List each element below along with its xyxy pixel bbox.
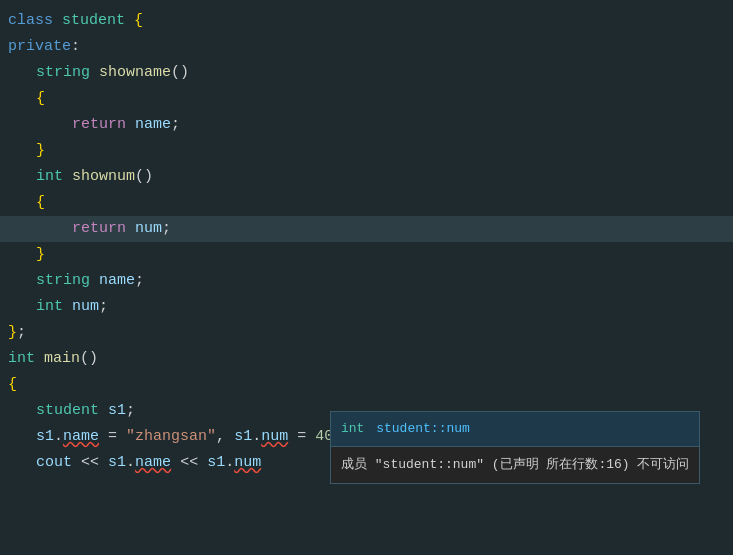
semicolon-s1: ; [126,398,135,424]
var-s1-name: name [63,424,99,450]
brace-close-1: } [36,138,45,164]
brace-close-class: } [8,320,17,346]
code-line-14: int main () [0,346,733,372]
var-cout: cout [36,450,72,476]
semicolon-4: ; [99,294,108,320]
open-brace: { [134,8,143,34]
op-assign-1: = [108,424,117,450]
var-s1-2: s1 [36,424,54,450]
var-s1-num-2: num [234,450,261,476]
class-student-ref: student [36,398,99,424]
var-s1-name-2: name [135,450,171,476]
code-line-11: string name ; [0,268,733,294]
code-line-7: int shownum () [0,164,733,190]
keyword-return-1: return [72,112,126,138]
class-name-student: student [62,8,125,34]
var-s1-5: s1 [207,450,225,476]
brace-open-2: { [36,190,45,216]
parens-main: () [80,346,98,372]
var-num-1: num [135,216,162,242]
var-name: name [135,112,171,138]
semicolon-1: ; [171,112,180,138]
brace-open-1: { [36,86,45,112]
code-editor: class student { private : string shownam… [0,0,733,484]
op-stream-1: << [81,450,99,476]
tooltip-body-text: 成员 "student::num" (已声明 所在行数:16) 不可访问 [341,457,689,472]
keyword-class: class [8,8,53,34]
var-name-decl: name [99,268,135,294]
code-line-9: return num ; [0,216,733,242]
brace-close-2: } [36,242,45,268]
fn-shownum: shownum [72,164,135,190]
tooltip-body: 成员 "student::num" (已声明 所在行数:16) 不可访问 [330,447,700,484]
keyword-return-2: return [72,216,126,242]
var-s1-3: s1 [234,424,252,450]
dot-3: . [126,450,135,476]
code-line-2: private : [0,34,733,60]
keyword-int-1: int [36,164,63,190]
comma-1: , [216,424,225,450]
code-line-3: string showname () [0,60,733,86]
op-assign-2: = [297,424,306,450]
tooltip-member: student::num [376,416,470,442]
semicolon-class: ; [17,320,26,346]
fn-showname: showname [99,60,171,86]
dot-4: . [225,450,234,476]
keyword-int-2: int [36,294,63,320]
brace-open-main: { [8,372,17,398]
code-line-13: } ; [0,320,733,346]
semicolon-3: ; [135,268,144,294]
keyword-string-1: string [36,60,90,86]
tooltip-type: int [341,416,364,442]
dot-2: . [252,424,261,450]
code-line-10: } [0,242,733,268]
var-s1-4: s1 [108,450,126,476]
code-line-8: { [0,190,733,216]
string-zhangsan: "zhangsan" [126,424,216,450]
var-s1-num: num [261,424,288,450]
code-line-6: } [0,138,733,164]
fn-main: main [44,346,80,372]
parens-1: () [171,60,189,86]
dot-1: . [54,424,63,450]
var-s1: s1 [108,398,126,424]
semicolon-2: ; [162,216,171,242]
code-line-4: { [0,86,733,112]
op-stream-2: << [180,450,198,476]
tooltip-container: int student::num 成员 "student::num" (已声明 … [330,411,700,484]
keyword-string-2: string [36,268,90,294]
tooltip-header: int student::num [330,411,700,447]
var-num-decl: num [72,294,99,320]
parens-2: () [135,164,153,190]
keyword-int-main: int [8,346,35,372]
code-line-15: { [0,372,733,398]
colon: : [71,34,80,60]
code-line-1: class student { [0,8,733,34]
code-line-5: return name ; [0,112,733,138]
code-line-12: int num ; [0,294,733,320]
keyword-private: private [8,34,71,60]
